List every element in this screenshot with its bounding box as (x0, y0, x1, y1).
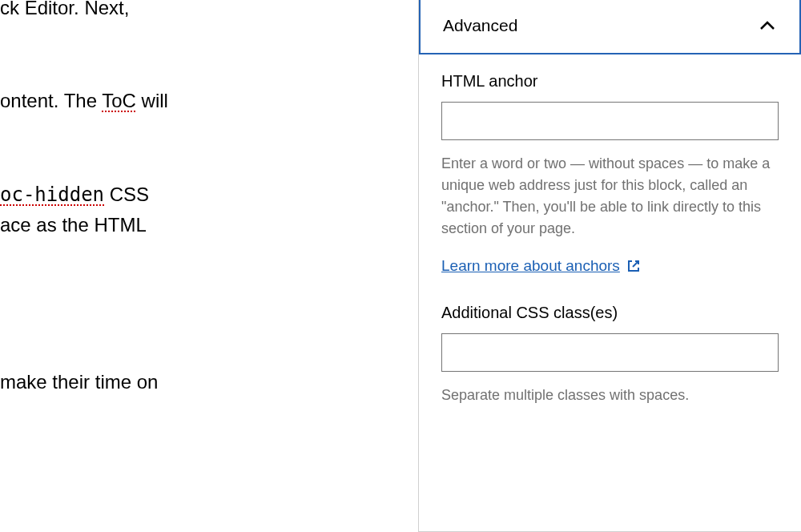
editor-paragraph[interactable]: ck Editor. Next, (0, 0, 418, 22)
spellcheck-word[interactable]: ToC (102, 90, 136, 111)
html-anchor-help: Enter a word or two — without spaces — t… (441, 153, 779, 240)
editor-canvas[interactable]: ck Editor. Next, ontent. The ToC will oc… (0, 0, 418, 532)
additional-css-label: Additional CSS class(es) (441, 304, 779, 322)
html-anchor-input[interactable] (441, 102, 779, 140)
panel-title: Advanced (443, 16, 517, 35)
block-settings-sidebar: Advanced HTML anchor Enter a word or two… (418, 0, 801, 532)
link-text: Learn more about anchors (441, 257, 620, 275)
editor-paragraph[interactable]: oc-hidden CSSace as the HTML (0, 179, 418, 240)
editor-paragraph[interactable]: make their time on (0, 368, 418, 397)
spellcheck-word[interactable]: oc-hidden (0, 183, 104, 206)
advanced-panel-toggle[interactable]: Advanced (419, 0, 801, 54)
editor-paragraph[interactable]: ontent. The ToC will (0, 87, 418, 115)
html-anchor-label: HTML anchor (441, 72, 779, 91)
html-anchor-field: HTML anchor Enter a word or two — withou… (441, 72, 779, 275)
chevron-up-icon (758, 16, 777, 35)
external-link-icon (626, 259, 641, 273)
additional-css-field: Additional CSS class(es) Separate multip… (441, 304, 779, 406)
learn-more-anchors-link[interactable]: Learn more about anchors (441, 257, 641, 275)
additional-css-help: Separate multiple classes with spaces. (441, 385, 779, 406)
advanced-panel-body: HTML anchor Enter a word or two — withou… (419, 54, 801, 453)
additional-css-input[interactable] (441, 333, 779, 372)
